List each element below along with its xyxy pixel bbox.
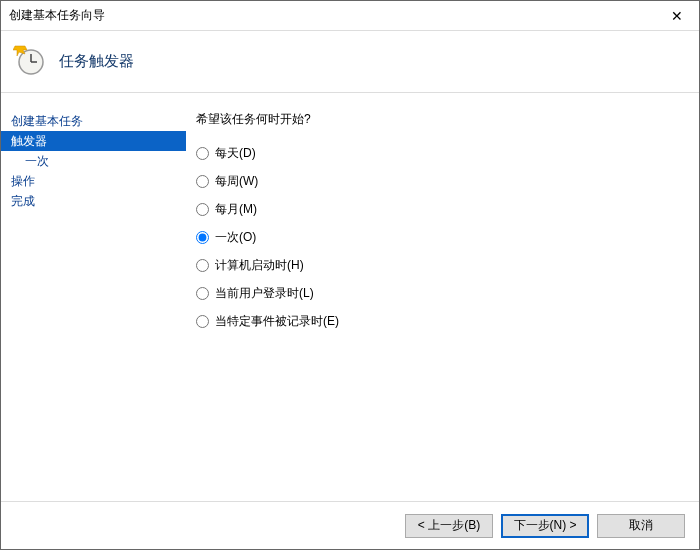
next-button[interactable]: 下一步(N) > [501,514,589,538]
option-startup[interactable]: 计算机启动时(H) [196,256,699,274]
option-logon[interactable]: 当前用户登录时(L) [196,284,699,302]
option-label: 当前用户登录时(L) [215,285,314,302]
cancel-button[interactable]: 取消 [597,514,685,538]
sidebar-item-finish[interactable]: 完成 [1,191,186,211]
option-monthly[interactable]: 每月(M) [196,200,699,218]
wizard-heading: 任务触发器 [59,52,134,71]
close-icon: ✕ [671,8,683,24]
window-title: 创建基本任务向导 [9,7,654,24]
sidebar-item-action[interactable]: 操作 [1,171,186,191]
trigger-options: 每天(D) 每周(W) 每月(M) 一次(O) 计算机启动时(H) 当前用户登录… [196,144,699,330]
trigger-prompt: 希望该任务何时开始? [196,111,699,128]
wizard-steps-sidebar: 创建基本任务 触发器 一次 操作 完成 [1,93,186,501]
sidebar-subitem-once[interactable]: 一次 [1,151,186,171]
option-label: 每周(W) [215,173,258,190]
radio-logon[interactable] [196,287,209,300]
titlebar: 创建基本任务向导 ✕ [1,1,699,31]
radio-daily[interactable] [196,147,209,160]
back-button[interactable]: < 上一步(B) [405,514,493,538]
radio-startup[interactable] [196,259,209,272]
option-event[interactable]: 当特定事件被记录时(E) [196,312,699,330]
close-button[interactable]: ✕ [654,1,699,31]
option-once[interactable]: 一次(O) [196,228,699,246]
option-label: 计算机启动时(H) [215,257,304,274]
radio-monthly[interactable] [196,203,209,216]
sidebar-item-trigger[interactable]: 触发器 [1,131,186,151]
option-label: 当特定事件被记录时(E) [215,313,339,330]
clock-task-icon [13,44,45,79]
wizard-content: 创建基本任务 触发器 一次 操作 完成 希望该任务何时开始? 每天(D) 每周(… [1,93,699,501]
option-label: 每月(M) [215,201,257,218]
wizard-header: 任务触发器 [1,31,699,93]
option-label: 一次(O) [215,229,256,246]
option-label: 每天(D) [215,145,256,162]
radio-event[interactable] [196,315,209,328]
radio-once[interactable] [196,231,209,244]
option-weekly[interactable]: 每周(W) [196,172,699,190]
radio-weekly[interactable] [196,175,209,188]
sidebar-item-create-task[interactable]: 创建基本任务 [1,111,186,131]
wizard-main: 希望该任务何时开始? 每天(D) 每周(W) 每月(M) 一次(O) 计算机启动… [186,93,699,501]
wizard-footer: < 上一步(B) 下一步(N) > 取消 [1,501,699,549]
option-daily[interactable]: 每天(D) [196,144,699,162]
